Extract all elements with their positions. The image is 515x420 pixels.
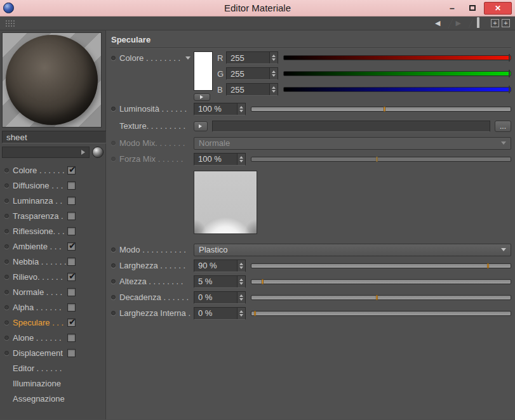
colore-label: Colore . . . . . . . . bbox=[119, 53, 180, 63]
minimize-button[interactable]: – bbox=[443, 2, 461, 15]
forward-icon[interactable]: ▶ bbox=[456, 20, 461, 27]
chevron-down-icon[interactable] bbox=[185, 56, 191, 62]
channel-label: Ambiente . . . bbox=[13, 242, 62, 251]
spinner-icon[interactable] bbox=[269, 84, 278, 95]
new-window-icon[interactable] bbox=[491, 19, 499, 27]
spinner-icon[interactable] bbox=[237, 103, 245, 115]
channel-checkbox[interactable] bbox=[67, 318, 76, 327]
channel-label: Editor . . . . . . bbox=[13, 364, 62, 373]
channel-checkbox[interactable] bbox=[67, 349, 76, 357]
colore-row: Colore . . . . . . . . R G bbox=[110, 51, 511, 101]
channel-checkbox[interactable] bbox=[67, 181, 76, 190]
lock-icon[interactable] bbox=[477, 18, 485, 28]
larghezza-interna-field bbox=[194, 307, 246, 320]
b-field bbox=[226, 83, 278, 96]
param-dot-icon bbox=[4, 168, 9, 173]
slider-handle[interactable] bbox=[262, 279, 264, 284]
slider-handle[interactable] bbox=[487, 263, 489, 268]
param-dot-icon bbox=[111, 107, 116, 111]
texture-expand-button[interactable] bbox=[194, 121, 208, 131]
sidebar-item-assegnazione[interactable]: Assegnazione bbox=[2, 391, 104, 406]
param-dot-icon bbox=[4, 199, 9, 203]
sidebar-item-nebbia[interactable]: Nebbia . . . . . . bbox=[2, 254, 104, 269]
sidebar-item-alpha[interactable]: Alpha . . . . . . bbox=[2, 299, 104, 315]
param-dot-icon bbox=[4, 351, 9, 355]
modo-dropdown[interactable]: Plastico bbox=[194, 244, 511, 256]
preset-row bbox=[2, 147, 104, 158]
sidebar-item-rilievo[interactable]: Rilievo. . . . . . bbox=[2, 269, 104, 284]
spinner-icon[interactable] bbox=[269, 68, 278, 79]
modo-row: Modo . . . . . . . . . . Plastico bbox=[110, 242, 511, 258]
sidebar-item-diffusione[interactable]: Diffusione . . . bbox=[2, 178, 104, 193]
triangle-right-icon bbox=[200, 95, 205, 99]
drag-grip-icon[interactable] bbox=[5, 20, 15, 27]
channel-checkbox[interactable] bbox=[67, 334, 76, 342]
channel-checkbox[interactable] bbox=[67, 227, 76, 235]
sidebar-item-alone[interactable]: Alone . . . . . . bbox=[2, 330, 104, 345]
sidebar-item-colore[interactable]: Colore . . . . . . bbox=[2, 162, 104, 178]
spinner-icon[interactable] bbox=[269, 52, 278, 63]
spinner-icon[interactable] bbox=[237, 260, 245, 272]
window-title: Editor Materiale bbox=[0, 3, 515, 13]
larghezza-slider[interactable] bbox=[251, 263, 511, 268]
sidebar-item-normale[interactable]: Normale . . . . bbox=[2, 284, 104, 299]
param-dot-icon bbox=[4, 336, 9, 340]
texture-field[interactable] bbox=[212, 121, 490, 132]
material-preview[interactable] bbox=[2, 32, 102, 128]
maximize-button[interactable] bbox=[464, 2, 481, 15]
r-slider-handle[interactable] bbox=[509, 54, 510, 62]
expand-icon[interactable] bbox=[502, 19, 510, 27]
channel-checkbox[interactable] bbox=[67, 288, 76, 296]
channel-label: Illuminazione bbox=[13, 379, 61, 388]
g-slider-handle[interactable] bbox=[509, 70, 510, 77]
swatch-expand-button[interactable] bbox=[194, 93, 210, 101]
param-dot-icon bbox=[111, 311, 116, 315]
altezza-slider[interactable] bbox=[251, 279, 511, 284]
preview-options-icon[interactable] bbox=[92, 147, 104, 158]
slider-handle[interactable] bbox=[376, 295, 378, 300]
channel-list: Colore . . . . . .Diffusione . . .Lumina… bbox=[2, 162, 104, 406]
channel-checkbox[interactable] bbox=[67, 303, 76, 312]
b-slider-handle[interactable] bbox=[509, 86, 510, 93]
decadenza-slider[interactable] bbox=[251, 295, 511, 300]
back-icon[interactable]: ◀ bbox=[435, 20, 440, 27]
sidebar-item-displacement[interactable]: Displacement bbox=[2, 345, 104, 360]
channel-checkbox[interactable] bbox=[67, 273, 76, 281]
sidebar-item-trasparenza[interactable]: Trasparenza . bbox=[2, 208, 104, 223]
close-button[interactable]: ✕ bbox=[484, 2, 512, 15]
color-swatch[interactable] bbox=[194, 51, 213, 91]
slider-handle bbox=[376, 157, 378, 162]
forza-mix-label: Forza Mix . . . . . . bbox=[119, 154, 183, 164]
channel-checkbox[interactable] bbox=[67, 242, 76, 251]
channel-checkbox[interactable] bbox=[67, 197, 76, 205]
channel-label: Normale . . . . bbox=[13, 287, 62, 297]
spinner-icon[interactable] bbox=[237, 276, 245, 287]
r-gradient-slider[interactable] bbox=[283, 55, 511, 60]
slider-handle[interactable] bbox=[384, 107, 385, 112]
slider-handle[interactable] bbox=[254, 311, 256, 316]
preset-field[interactable] bbox=[2, 147, 90, 158]
larghezza-label: Larghezza . . . . . . bbox=[119, 261, 185, 270]
channel-checkbox[interactable] bbox=[67, 212, 76, 220]
sidebar-item-speculare[interactable]: Speculare . . . bbox=[2, 315, 104, 330]
titlebar[interactable]: Editor Materiale – ✕ bbox=[0, 0, 515, 16]
modo-mix-label: Modo Mix. . . . . . . bbox=[119, 138, 185, 148]
channel-checkbox[interactable] bbox=[67, 166, 76, 174]
spinner-icon[interactable] bbox=[237, 308, 245, 319]
larghezza-interna-slider[interactable] bbox=[251, 311, 511, 316]
g-gradient-slider[interactable] bbox=[283, 71, 511, 76]
channel-checkbox[interactable] bbox=[67, 258, 76, 266]
toolbar: ◀ ▶ bbox=[0, 16, 515, 30]
sidebar-item-illuminazione[interactable]: Illuminazione bbox=[2, 376, 104, 391]
b-gradient-slider[interactable] bbox=[283, 87, 511, 92]
sidebar-item-luminanza[interactable]: Luminanza . . bbox=[2, 193, 104, 208]
sidebar-item-riflessione[interactable]: Riflessione. . . bbox=[2, 223, 104, 239]
altezza-field bbox=[194, 275, 246, 288]
sidebar-item-ambiente[interactable]: Ambiente . . . bbox=[2, 239, 104, 254]
luminosita-slider[interactable] bbox=[251, 107, 511, 112]
material-name-field[interactable] bbox=[2, 131, 123, 143]
sidebar-item-editor[interactable]: Editor . . . . . . bbox=[2, 360, 104, 376]
spinner-icon[interactable] bbox=[237, 292, 245, 303]
texture-browse-button[interactable]: ... bbox=[495, 121, 511, 132]
r-row: R bbox=[217, 51, 511, 64]
